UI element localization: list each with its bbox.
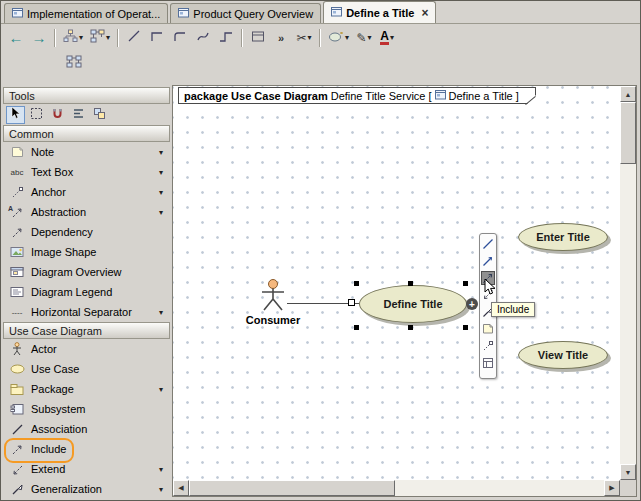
manipulator-comment-button[interactable] xyxy=(481,322,495,336)
path-oblique-button[interactable] xyxy=(123,27,145,49)
tab-implementation-of-operations[interactable]: Implementation of Operat... xyxy=(4,3,168,23)
quick-layout-button[interactable]: ▾ xyxy=(87,27,113,49)
path-rounded-button[interactable] xyxy=(169,27,191,49)
layout-tree-button[interactable]: ▾ xyxy=(60,27,86,49)
scroll-right-button[interactable]: ▶ xyxy=(604,480,620,496)
bezier-path-icon xyxy=(219,29,233,46)
tab-close-icon[interactable]: × xyxy=(421,6,428,20)
chevron-down-icon[interactable]: ▾ xyxy=(159,188,170,197)
vertical-scrollbar[interactable]: ▲ ▼ xyxy=(620,86,636,480)
selection-handle[interactable] xyxy=(408,281,413,286)
palette-section-tools[interactable]: Tools xyxy=(3,87,170,104)
frame-button[interactable] xyxy=(247,27,269,49)
path-rectilinear-button[interactable] xyxy=(146,27,168,49)
forward-arrow-icon: → xyxy=(32,30,47,45)
toolbar-overflow-button[interactable]: » xyxy=(270,27,292,49)
palette-item-association[interactable]: Association xyxy=(3,419,170,439)
canvas-area: package Use Case Diagram Define Title Se… xyxy=(172,85,637,497)
palette-item-subsystem[interactable]: Subsystem xyxy=(3,399,170,419)
chevron-down-icon[interactable]: ▾ xyxy=(159,148,170,157)
tab-define-a-title[interactable]: Define a Title × xyxy=(323,1,436,23)
link-endpoint-handle[interactable] xyxy=(348,299,355,306)
actor-consumer[interactable] xyxy=(258,279,288,315)
font-color-button[interactable]: A ▾ xyxy=(376,27,398,49)
chevron-down-icon[interactable]: ▾ xyxy=(345,33,349,42)
back-button[interactable]: ← xyxy=(5,27,27,49)
palette-item-include[interactable]: Include xyxy=(3,439,170,459)
selection-tool-button[interactable] xyxy=(6,106,25,124)
palette-section-common[interactable]: Common xyxy=(3,125,170,142)
selection-handle[interactable] xyxy=(463,281,468,286)
frame-header-name: Define Title Service xyxy=(331,90,426,102)
manipulator-directed-association-button[interactable] xyxy=(481,254,495,268)
palette-item-diagram-legend[interactable]: Diagram Legend xyxy=(3,282,170,302)
palette-item-label: Dependency xyxy=(31,226,93,238)
scroll-left-button[interactable]: ◀ xyxy=(173,480,189,496)
chevron-down-icon[interactable]: ▾ xyxy=(390,33,394,42)
dependency-matrix-button[interactable] xyxy=(63,52,85,74)
diagram-frame-header[interactable]: package Use Case Diagram Define Title Se… xyxy=(178,87,536,104)
chevron-down-icon[interactable]: ▾ xyxy=(159,208,170,217)
chevron-down-icon[interactable]: ▾ xyxy=(308,33,312,42)
palette-item-package[interactable]: Package ▾ xyxy=(3,379,170,399)
palette-item-horizontal-separator[interactable]: ---- Horizontal Separator ▾ xyxy=(3,302,170,322)
selection-handle[interactable] xyxy=(463,325,468,330)
palette-item-diagram-overview[interactable]: Diagram Overview xyxy=(3,262,170,282)
anchor-icon xyxy=(8,186,26,199)
scroll-down-button[interactable]: ▼ xyxy=(620,464,636,480)
align-tool-button[interactable] xyxy=(69,106,88,124)
draw-style-button[interactable]: ✎ ▾ xyxy=(353,27,375,49)
cut-button[interactable]: ✂ ▾ xyxy=(293,27,315,49)
horizontal-scroll-thumb[interactable] xyxy=(189,480,395,496)
manipulator-association-button[interactable] xyxy=(481,237,495,251)
chevron-down-icon[interactable]: ▾ xyxy=(368,33,372,42)
chevron-down-icon[interactable]: ▾ xyxy=(159,385,170,394)
use-case-label: View Title xyxy=(538,349,588,361)
palette-item-use-case[interactable]: Use Case xyxy=(3,359,170,379)
palette-item-label: Generalization xyxy=(31,483,102,495)
tab-product-query-overview[interactable]: Product Query Overview xyxy=(170,3,321,23)
chevron-down-icon[interactable]: ▾ xyxy=(79,33,83,42)
selection-handle[interactable] xyxy=(354,325,359,330)
add-element-button[interactable]: + xyxy=(466,298,478,310)
manipulator-structure-button[interactable] xyxy=(481,356,495,370)
palette-item-note[interactable]: Note ▾ xyxy=(3,142,170,162)
order-tool-button[interactable] xyxy=(90,106,109,124)
chevron-down-icon[interactable]: ▾ xyxy=(159,485,170,494)
layout-tree-icon xyxy=(63,29,78,46)
scroll-up-button[interactable]: ▲ xyxy=(620,86,636,102)
palette-item-anchor[interactable]: Anchor ▾ xyxy=(3,182,170,202)
chevron-down-icon[interactable]: ▾ xyxy=(159,168,170,177)
chevron-down-icon[interactable]: ▾ xyxy=(159,465,170,474)
use-case-enter-title[interactable]: Enter Title xyxy=(518,223,608,251)
palette-item-abstraction[interactable]: A Abstraction ▾ xyxy=(3,202,170,222)
palette-item-generalization[interactable]: Generalization ▾ xyxy=(3,479,170,498)
manipulator-anchor-button[interactable] xyxy=(481,339,495,353)
palette-section-use-case-diagram[interactable]: Use Case Diagram xyxy=(3,322,170,339)
shape-visibility-button[interactable]: ▾ xyxy=(325,27,352,49)
chevron-down-icon[interactable]: ▾ xyxy=(106,33,110,42)
actor-icon xyxy=(8,342,26,356)
actor-label[interactable]: Consumer xyxy=(243,314,303,326)
palette-item-image-shape[interactable]: Image Shape xyxy=(3,242,170,262)
vertical-scroll-thumb[interactable] xyxy=(620,102,636,164)
use-case-define-title[interactable]: Define Title xyxy=(359,285,467,323)
palette-item-actor[interactable]: Actor xyxy=(3,339,170,359)
palette-item-dependency[interactable]: Dependency xyxy=(3,222,170,242)
free-selection-tool-button[interactable] xyxy=(27,106,46,124)
path-bezier-button[interactable] xyxy=(215,27,237,49)
chevron-down-icon[interactable]: ▾ xyxy=(159,308,170,317)
selection-handle[interactable] xyxy=(354,281,359,286)
path-curved-button[interactable] xyxy=(192,27,214,49)
palette-item-label: Subsystem xyxy=(31,403,85,415)
magnet-tool-button[interactable] xyxy=(48,106,67,124)
diagram-canvas[interactable]: package Use Case Diagram Define Title Se… xyxy=(173,86,620,480)
horizontal-scrollbar[interactable]: ◀ ▶ xyxy=(173,480,620,496)
selection-handle[interactable] xyxy=(408,325,413,330)
palette-item-label: Association xyxy=(31,423,87,435)
z-order-icon xyxy=(93,107,106,123)
palette-item-text-box[interactable]: abc Text Box ▾ xyxy=(3,162,170,182)
palette-item-extend[interactable]: Extend ▾ xyxy=(3,459,170,479)
forward-button[interactable]: → xyxy=(28,27,50,49)
use-case-view-title[interactable]: View Title xyxy=(518,341,608,369)
